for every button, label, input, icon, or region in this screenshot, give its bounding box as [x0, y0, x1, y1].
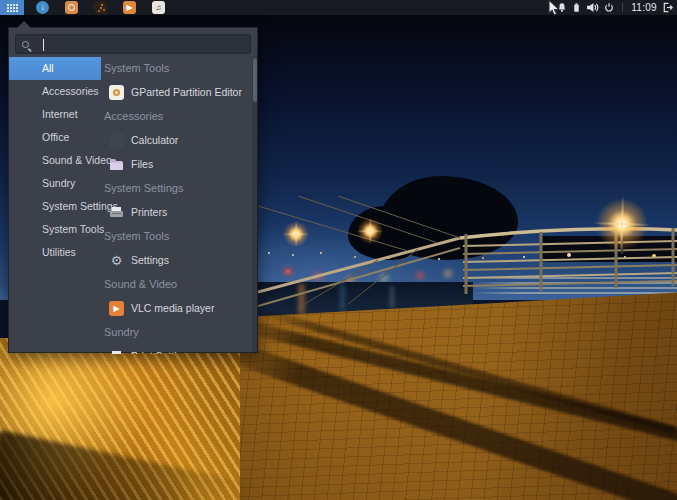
- app-label: Print Settings: [131, 350, 193, 354]
- category-sound-video[interactable]: Sound & Video: [9, 149, 101, 172]
- calculator-icon: [109, 133, 124, 148]
- app-label: Printers: [131, 206, 167, 218]
- scrollbar[interactable]: [252, 56, 258, 354]
- battery-icon[interactable]: [572, 2, 581, 13]
- power-icon[interactable]: [604, 2, 614, 13]
- app-print-settings[interactable]: Print Settings: [101, 344, 259, 354]
- section-header: Accessories: [101, 104, 259, 128]
- category-list: All Accessories Internet Office Sound & …: [9, 56, 101, 354]
- top-panel: ↓ ▶ ♫ 11:09: [0, 0, 677, 15]
- app-label: GParted Partition Editor: [131, 86, 242, 98]
- category-system-settings[interactable]: System Settings: [9, 195, 101, 218]
- status-area: 11:09: [557, 2, 677, 13]
- app-vlc[interactable]: ▶ VLC media player: [101, 296, 259, 320]
- streetlight-icon: [357, 218, 383, 244]
- ring-icon: [68, 4, 75, 11]
- printer-icon: [109, 205, 124, 220]
- vlc-icon: ▶: [109, 301, 124, 316]
- category-system-tools[interactable]: System Tools: [9, 218, 101, 241]
- category-utilities[interactable]: Utilities: [9, 241, 101, 264]
- gear-icon: ⚙: [109, 253, 124, 268]
- applications-menu-button[interactable]: [0, 0, 24, 15]
- streetlight-icon: [595, 197, 649, 251]
- clock[interactable]: 11:09: [631, 2, 657, 13]
- category-accessories[interactable]: Accessories: [9, 80, 101, 103]
- search-icon: [22, 41, 29, 48]
- scrollbar-thumb[interactable]: [253, 58, 257, 102]
- applications-menu-popup: All Accessories Internet Office Sound & …: [8, 27, 258, 353]
- search-bar[interactable]: [15, 34, 251, 54]
- text-caret: [43, 39, 44, 51]
- backup-utility-icon[interactable]: [65, 1, 78, 14]
- volume-icon[interactable]: [586, 2, 599, 13]
- panel-separator: [622, 3, 623, 12]
- app-gparted[interactable]: GParted Partition Editor: [101, 80, 259, 104]
- app-printers[interactable]: Printers: [101, 200, 259, 224]
- app-files[interactable]: Files: [101, 152, 259, 176]
- software-updater-icon[interactable]: ↓: [36, 1, 49, 14]
- app-label: Calculator: [131, 134, 178, 146]
- app-label: Files: [131, 158, 153, 170]
- media-player-icon[interactable]: ▶: [123, 1, 136, 14]
- section-header: Sound & Video: [101, 272, 259, 296]
- app-calculator[interactable]: Calculator: [101, 128, 259, 152]
- category-internet[interactable]: Internet: [9, 103, 101, 126]
- app-list: System Tools GParted Partition Editor Ac…: [101, 56, 259, 354]
- section-header: System Tools: [101, 224, 259, 248]
- category-sundry[interactable]: Sundry: [9, 172, 101, 195]
- cookie-icon: [100, 7, 102, 9]
- category-all[interactable]: All: [9, 57, 101, 80]
- games-app-icon[interactable]: [94, 1, 107, 14]
- desktop: ↓ ▶ ♫ 11:09: [0, 0, 677, 500]
- streetlight-icon: [283, 221, 309, 247]
- section-header: System Tools: [101, 56, 259, 80]
- section-header: System Settings: [101, 176, 259, 200]
- menu-body: All Accessories Internet Office Sound & …: [9, 56, 259, 354]
- launcher-bar: ↓ ▶ ♫: [36, 1, 165, 14]
- music-player-icon[interactable]: ♫: [152, 1, 165, 14]
- logout-icon[interactable]: [662, 2, 673, 13]
- app-settings[interactable]: ⚙ Settings: [101, 248, 259, 272]
- notification-bell-icon[interactable]: [557, 2, 567, 13]
- category-office[interactable]: Office: [9, 126, 101, 149]
- printer-icon: [109, 349, 124, 355]
- app-label: Settings: [131, 254, 169, 266]
- app-label: VLC media player: [131, 302, 214, 314]
- section-header: Sundry: [101, 320, 259, 344]
- search-input[interactable]: [29, 35, 250, 53]
- popup-arrow: [17, 21, 31, 28]
- grid-menu-icon: [7, 4, 18, 12]
- files-folder-icon: [109, 157, 124, 172]
- gparted-icon: [109, 85, 124, 100]
